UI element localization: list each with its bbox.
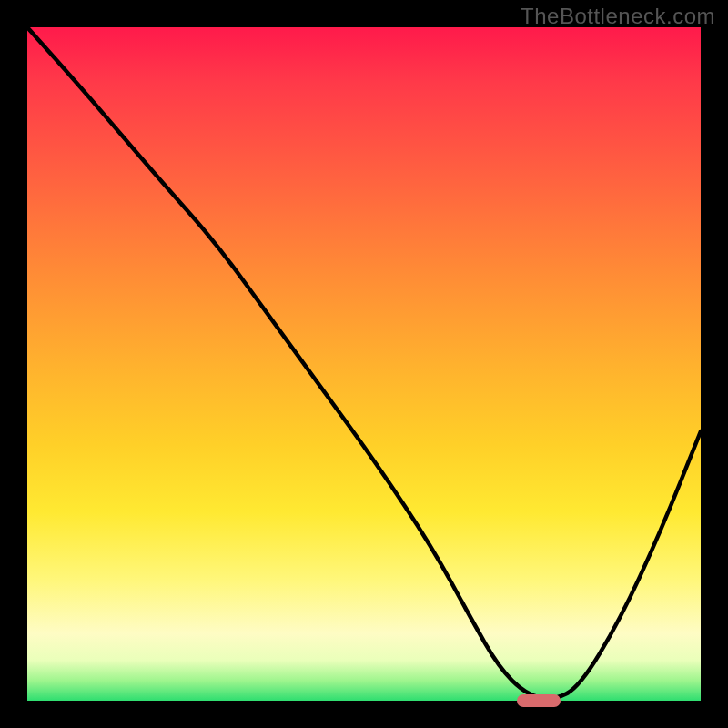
bottleneck-curve bbox=[27, 27, 701, 701]
watermark-text: TheBottleneck.com bbox=[521, 4, 715, 29]
plot-area bbox=[27, 27, 701, 701]
chart-frame: TheBottleneck.com bbox=[0, 0, 728, 728]
optimal-marker bbox=[517, 694, 561, 707]
